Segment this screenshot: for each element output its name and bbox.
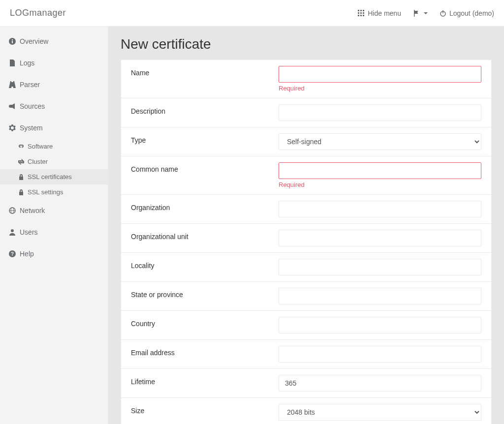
svg-rect-7 [360,15,362,16]
svg-rect-12 [12,41,13,43]
svg-text:?: ? [11,251,14,257]
row-name: Name Required [121,60,491,98]
svg-rect-13 [12,39,13,40]
flag-dropdown[interactable] [413,10,428,17]
row-organizational-unit: Organizational unit [121,224,491,253]
label: Cluster [28,158,48,165]
label: Network [20,207,45,214]
svg-point-17 [11,229,14,232]
label: Users [20,228,38,236]
size-select[interactable]: 2048 bits [279,404,481,421]
common-name-error: Required [279,181,481,188]
svg-rect-5 [363,12,364,14]
user-icon [9,229,16,236]
sidebar: Overview Logs Parser Sources System [0,27,108,424]
label: SSL certificates [28,173,72,181]
logout[interactable]: Logout (demo) [440,9,494,17]
main: New certificate Name Required Descriptio… [108,27,504,424]
label-organization: Organization [131,201,279,212]
label: Logs [20,59,34,67]
info-icon [9,38,16,45]
row-locality: Locality [121,253,491,282]
road-icon [9,81,16,88]
row-country: Country [121,311,491,340]
grid-icon [358,10,365,17]
topbar-right: Hide menu Logout (demo) [358,9,494,17]
sidebar-item-system[interactable]: System [0,117,108,139]
row-lifetime: Lifetime [121,369,491,398]
form-panel: Name Required Description Type Self-sign… [121,60,492,424]
sidebar-item-logs[interactable]: Logs [0,52,108,74]
row-organization: Organization [121,195,491,224]
label-type: Type [131,133,279,144]
label: System [20,124,43,132]
description-input[interactable] [279,104,481,121]
common-name-input[interactable] [279,162,481,179]
sidebar-item-overview[interactable]: Overview [0,30,108,52]
name-error: Required [279,85,481,92]
svg-rect-0 [358,10,359,11]
brand: LOGmanager [10,8,66,18]
link-icon [18,143,25,150]
lock-icon [18,189,25,196]
bullhorn-icon [9,103,16,110]
row-email: Email address [121,340,491,369]
sidebar-item-help[interactable]: ? Help [0,243,108,265]
label: Sources [20,102,45,110]
label: Software [28,143,53,150]
row-description: Description [121,98,491,127]
label-size: Size [131,404,279,415]
country-input[interactable] [279,317,481,333]
label-name: Name [131,66,279,77]
row-state: State or province [121,282,491,311]
sidebar-item-users[interactable]: Users [0,221,108,243]
svg-rect-3 [358,12,359,14]
sidebar-sub-software[interactable]: Software [0,139,108,154]
organizational-unit-input[interactable] [279,230,481,246]
lock-icon [18,174,25,181]
sidebar-sub-ssl-certificates[interactable]: SSL certificates [0,169,108,184]
row-common-name: Common name Required [121,156,491,195]
svg-rect-6 [358,15,359,16]
sidebar-item-sources[interactable]: Sources [0,95,108,117]
label: Overview [20,37,48,45]
type-select[interactable]: Self-signed [279,133,481,150]
sidebar-item-parser[interactable]: Parser [0,74,108,95]
topbar: LOGmanager Hide menu Logout (demo) [0,0,504,27]
flag-icon [413,10,420,17]
retweet-icon [18,158,25,165]
label-email: Email address [131,346,279,357]
label-locality: Locality [131,259,279,270]
gear-icon [9,124,16,131]
logout-label: Logout (demo) [449,9,494,17]
svg-rect-1 [360,10,362,11]
label-common-name: Common name [131,162,279,173]
globe-icon [9,207,16,214]
power-icon [440,10,446,17]
label-lifetime: Lifetime [131,375,279,386]
name-input[interactable] [279,66,481,83]
sidebar-item-network[interactable]: Network [0,200,108,221]
organization-input[interactable] [279,201,481,217]
sidebar-sub-cluster[interactable]: Cluster [0,154,108,169]
svg-rect-2 [363,10,364,11]
lifetime-input[interactable] [279,375,481,392]
row-size: Size 2048 bits [121,398,491,424]
page-title: New certificate [108,27,504,60]
label-organizational-unit: Organizational unit [131,230,279,241]
hide-menu[interactable]: Hide menu [358,9,401,17]
state-input[interactable] [279,288,481,304]
label-state: State or province [131,288,279,299]
email-input[interactable] [279,346,481,363]
file-icon [9,60,16,66]
question-icon: ? [9,250,16,257]
hide-menu-label: Hide menu [368,9,401,17]
locality-input[interactable] [279,259,481,275]
caret-down-icon [424,12,428,14]
sidebar-sub-ssl-settings[interactable]: SSL settings [0,184,108,200]
label-description: Description [131,104,279,115]
label-country: Country [131,317,279,328]
label: Help [20,250,34,258]
svg-rect-8 [363,15,364,16]
svg-rect-4 [360,12,362,14]
